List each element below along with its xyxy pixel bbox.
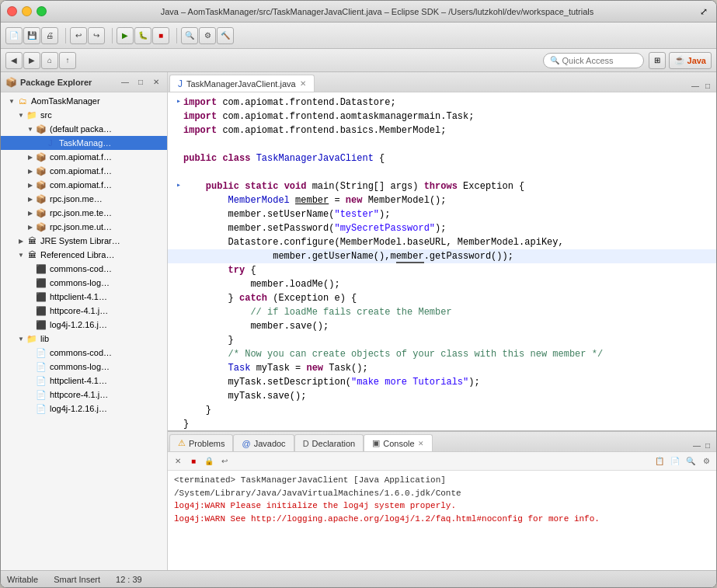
tree-arrow: ▶ — [26, 194, 35, 204]
status-writable: Writable — [7, 575, 38, 584]
tree-item-f1[interactable]: 📄 commons-cod… — [1, 346, 167, 360]
status-insert-mode: Smart Insert — [54, 575, 100, 584]
toolbar-new-btn[interactable]: 📄 — [5, 27, 23, 44]
tree-item-pkg1[interactable]: ▶ 📦 com.apiomat.f… — [1, 150, 167, 164]
code-content: import com.apiomat.frontend.aomtaskmanag… — [183, 110, 710, 124]
console-word-wrap-btn[interactable]: ↩ — [218, 454, 231, 468]
tree-item-jar4[interactable]: ⬛ httpcore-4.1.j… — [1, 304, 167, 318]
tree-item-lib-folder[interactable]: ▼ 📁 lib — [1, 332, 167, 346]
console-stop-btn[interactable]: ■ — [186, 454, 200, 468]
resize-icon[interactable]: ⤢ — [700, 6, 710, 16]
tab-label: Declaration — [312, 439, 356, 448]
tree-item-f3[interactable]: 📄 httpclient-4.1… — [1, 374, 167, 388]
panel-min-btn[interactable]: — — [119, 76, 131, 89]
console-max-btn[interactable]: □ — [704, 440, 712, 451]
console-settings-btn[interactable]: ⚙ — [699, 454, 713, 468]
console-min-btn[interactable]: — — [691, 440, 702, 451]
tree-label: commons-cod… — [50, 348, 112, 357]
tab-max-btn[interactable]: □ — [704, 80, 712, 92]
code-content: // if loadMe fails create the Member — [183, 305, 710, 319]
tree-item-src[interactable]: ▼ 📁 src — [1, 108, 167, 122]
console-paste-btn[interactable]: 📄 — [668, 454, 682, 468]
tree-item-aomtaskmanager[interactable]: ▼ 🗂 AomTaskManager — [1, 94, 167, 108]
secondary-toolbar: ◀ ▶ ⌂ ↑ 🔍 ⊞ ☕ Java — [1, 49, 716, 72]
toolbar-print-btn[interactable]: 🖨 — [41, 27, 58, 44]
toolbar-undo-btn[interactable]: ↩ — [70, 27, 87, 44]
tree-item-pkg3[interactable]: ▶ 📦 com.apiomat.f… — [1, 178, 167, 192]
jar-icon: ⬛ — [35, 277, 47, 289]
tab-javadoc[interactable]: @ Javadoc — [233, 434, 294, 451]
tree-item-rpc3[interactable]: ▶ 📦 rpc.json.me.ut… — [1, 220, 167, 234]
panel-close-btn[interactable]: ✕ — [150, 76, 162, 89]
minimize-button[interactable] — [22, 6, 32, 16]
tree-item-rpc2[interactable]: ▶ 📦 rpc.json.me.te… — [1, 206, 167, 220]
tree-arrow — [26, 292, 35, 301]
quick-access-input[interactable] — [562, 56, 637, 65]
tree-item-jar1[interactable]: ⬛ commons-cod… — [1, 262, 167, 276]
folder-icon: 📁 — [26, 109, 38, 121]
tree-item-f5[interactable]: 📄 log4j-1.2.16.j… — [1, 402, 167, 416]
toolbar-build-btn[interactable]: 🔨 — [217, 27, 234, 44]
tree-label: log4j-1.2.16.j… — [50, 320, 107, 329]
tree-item-pkg2[interactable]: ▶ 📦 com.apiomat.f… — [1, 164, 167, 178]
console-clear-btn[interactable]: ✕ — [171, 454, 185, 468]
code-line — [168, 137, 716, 151]
toolbar-refactor-btn[interactable]: ⚙ — [199, 27, 216, 44]
declaration-icon: D — [303, 439, 309, 448]
toolbar-stop-btn[interactable]: ■ — [152, 27, 169, 44]
panel-max-btn[interactable]: □ — [134, 76, 147, 89]
toolbar-search-btn[interactable]: 🔍 — [181, 27, 198, 44]
console-terminated-line: <terminated> TaskManagerJavaClient [Java… — [174, 474, 710, 499]
console-icon: ▣ — [372, 438, 380, 448]
pkg-icon: 📦 — [35, 221, 47, 233]
console-scroll-lock-btn[interactable]: 🔒 — [202, 454, 216, 468]
tree-item-rpc1[interactable]: ▶ 📦 rpc.json.me… — [1, 192, 167, 206]
tree-item-taskmanager-java[interactable]: J TaskManag… — [1, 136, 167, 150]
tab-problems[interactable]: ⚠ Problems — [169, 434, 233, 451]
toolbar2-up-btn[interactable]: ↑ — [59, 52, 76, 69]
tree-label: TaskManag… — [59, 138, 111, 148]
toolbar2-back-btn[interactable]: ◀ — [5, 52, 23, 69]
editor-tab-controls: — □ — [690, 80, 715, 92]
code-editor[interactable]: ▸ import com.apiomat.frontend.Datastore;… — [168, 92, 716, 430]
bottom-panel: ⚠ Problems @ Javadoc D Declaration ▣ Con… — [168, 430, 716, 570]
perspective-btn[interactable]: ⊞ — [649, 52, 666, 69]
tree-arrow — [26, 362, 35, 371]
tab-console[interactable]: ▣ Console ✕ — [364, 434, 432, 451]
tab-close-btn[interactable]: ✕ — [300, 79, 306, 88]
java-perspective-btn[interactable]: ☕ Java — [669, 52, 712, 69]
tree-item-f2[interactable]: 📄 commons-log… — [1, 360, 167, 374]
tree-item-jar3[interactable]: ⬛ httpclient-4.1… — [1, 290, 167, 304]
tree-item-f4[interactable]: 📄 httpcore-4.1.j… — [1, 388, 167, 402]
tree-item-jre[interactable]: ▶ 🏛 JRE System Librar… — [1, 234, 167, 248]
tree-item-ref-libs[interactable]: ▼ 🏛 Referenced Libra… — [1, 248, 167, 262]
editor-tab-taskmanager[interactable]: J TaskManagerJavaClient.java ✕ — [169, 75, 315, 92]
close-button[interactable] — [7, 6, 17, 16]
toolbar-run-btn[interactable]: ▶ — [117, 27, 134, 44]
toolbar-debug-btn[interactable]: 🐛 — [134, 27, 151, 44]
tree-arrow — [26, 278, 35, 287]
maximize-button[interactable] — [37, 6, 47, 16]
tree-arrow: ▼ — [7, 96, 16, 106]
tab-declaration[interactable]: D Declaration — [294, 434, 364, 451]
tree-arrow: ▶ — [26, 166, 35, 176]
tree-item-jar2[interactable]: ⬛ commons-log… — [1, 276, 167, 290]
package-explorer-title: Package Explorer — [20, 78, 116, 87]
tree-item-jar5[interactable]: ⬛ log4j-1.2.16.j… — [1, 318, 167, 332]
toolbar2-home-btn[interactable]: ⌂ — [41, 52, 58, 69]
tab-min-btn[interactable]: — — [690, 80, 701, 92]
toolbar-redo-btn[interactable]: ↪ — [88, 27, 105, 44]
status-cursor-position: 12 : 39 — [116, 575, 142, 584]
console-output: <terminated> TaskManagerJavaClient [Java… — [168, 471, 716, 570]
console-copy-btn[interactable]: 📋 — [653, 454, 667, 468]
java-tab-icon: J — [178, 78, 183, 89]
console-find-btn[interactable]: 🔍 — [684, 454, 698, 468]
tree-label: src — [40, 110, 52, 120]
tree-arrow — [26, 264, 35, 273]
tree-item-default-pkg[interactable]: ▼ 📦 (default packa… — [1, 122, 167, 136]
file-icon: 📄 — [35, 402, 47, 415]
code-content: public static void main(String[] args) t… — [183, 179, 710, 193]
toolbar-save-btn[interactable]: 💾 — [23, 27, 40, 44]
quick-access-search[interactable]: 🔍 — [543, 53, 644, 68]
toolbar2-fwd-btn[interactable]: ▶ — [23, 52, 40, 69]
